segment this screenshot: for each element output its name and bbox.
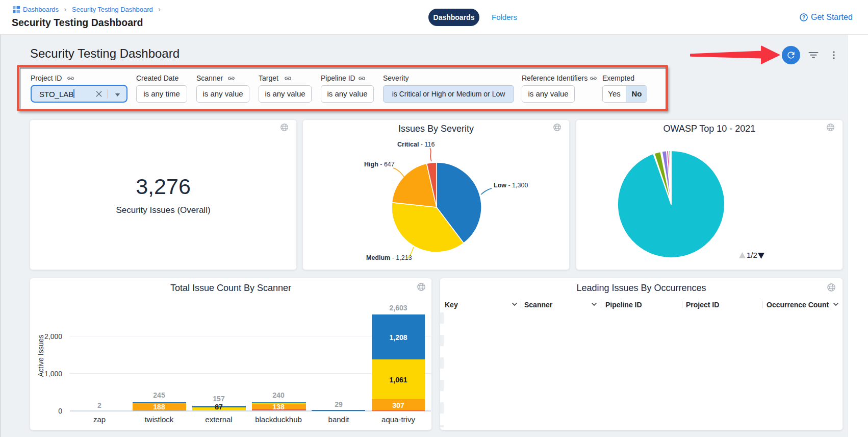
svg-text:?: ? (802, 15, 805, 20)
